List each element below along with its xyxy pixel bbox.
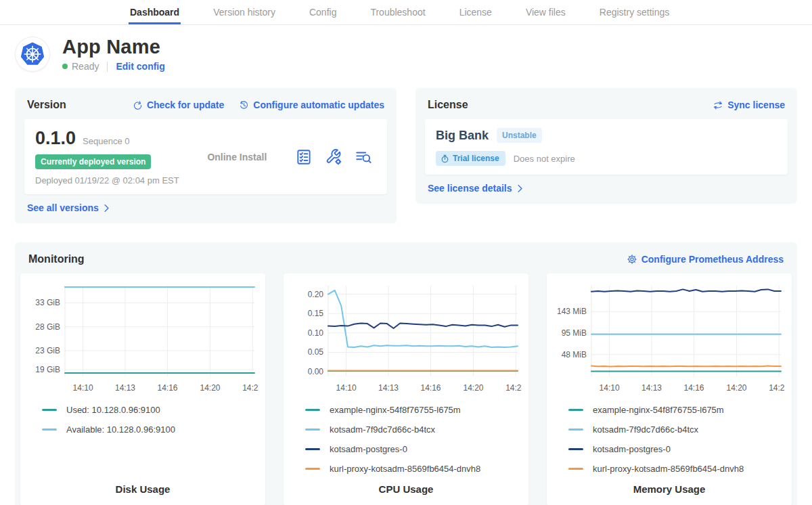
status-badge: Ready [72, 61, 99, 72]
chevron-right-icon [516, 184, 524, 193]
memory-usage-legend: example-nginx-54f8f76755-l675mkotsadm-7f… [554, 405, 785, 483]
legend-item: kurl-proxy-kotsadm-8569fb6454-dnvh8 [568, 464, 785, 474]
cpu-usage-series [328, 290, 518, 347]
legend-swatch [568, 409, 583, 411]
license-card-title: License [428, 99, 468, 111]
svg-text:14:13: 14:13 [641, 383, 662, 393]
current-version-panel: 0.1.0 Sequence 0 Currently deployed vers… [24, 119, 387, 194]
svg-text:14:20: 14:20 [726, 383, 746, 393]
legend-swatch [42, 409, 57, 411]
sync-license-button[interactable]: Sync license [713, 100, 785, 110]
legend-swatch [305, 409, 320, 411]
legend-label: kotsadm-7f9dc7d66c-b4tcx [330, 424, 435, 435]
memory-usage-chart: 143 MiB95 MiB48 MiB14:1014:1314:1614:201… [554, 280, 785, 399]
legend-label: kotsadm-7f9dc7d66c-b4tcx [593, 424, 698, 435]
license-name: Big Bank [436, 129, 489, 143]
license-card: License Sync license Big Bank Unstable T… [415, 88, 797, 204]
disk-usage-chart: 33 GiB28 GiB23 GiB19 GiB14:1014:1314:161… [27, 280, 258, 399]
legend-swatch [305, 468, 320, 470]
svg-text:48 MiB: 48 MiB [562, 350, 587, 359]
configure-automatic-updates-button[interactable]: Configure automatic updates [239, 100, 384, 110]
channel-badge: Unstable [497, 128, 542, 143]
kubernetes-icon [15, 37, 50, 72]
memory-usage-card: 143 MiB95 MiB48 MiB14:1014:1314:1614:201… [547, 273, 792, 505]
license-expiry: Does not expire [514, 154, 575, 164]
legend-label: kotsadm-postgres-0 [330, 444, 407, 454]
legend-swatch [305, 429, 320, 431]
version-card-title: Version [27, 99, 66, 111]
version-sequence: Sequence 0 [83, 136, 129, 146]
tab-troubleshoot[interactable]: Troubleshoot [369, 1, 426, 24]
legend-swatch [42, 429, 57, 431]
svg-text:14:13: 14:13 [378, 383, 399, 393]
refresh-icon [133, 100, 143, 110]
svg-text:14:10: 14:10 [73, 383, 93, 393]
svg-text:14:16: 14:16 [420, 383, 441, 393]
disk-usage-legend: Used: 10.128.0.96:9100Available: 10.128.… [27, 405, 258, 444]
legend-label: Used: 10.128.0.96:9100 [66, 405, 160, 415]
legend-item: kotsadm-postgres-0 [568, 444, 785, 454]
monitoring-title: Monitoring [28, 253, 85, 265]
tab-version-history[interactable]: Version history [212, 1, 277, 24]
license-detail-panel: Big Bank Unstable Trial license Does not… [425, 119, 788, 175]
monitoring-section: Monitoring Configure Prometheus Address … [15, 242, 797, 505]
legend-swatch [568, 448, 583, 450]
configure-prometheus-button[interactable]: Configure Prometheus Address [627, 254, 784, 265]
view-files-search-icon[interactable] [355, 148, 372, 166]
legend-label: kurl-proxy-kotsadm-8569fb6454-dnvh8 [593, 464, 744, 474]
legend-label: example-nginx-54f8f76755-l675m [330, 405, 461, 415]
legend-item: Available: 10.128.0.96:9100 [42, 424, 258, 435]
svg-text:14:23: 14:23 [769, 383, 785, 393]
svg-text:33 GiB: 33 GiB [35, 298, 60, 307]
sync-arrows-icon [713, 100, 723, 110]
legend-item: example-nginx-54f8f76755-l675m [568, 405, 785, 415]
currently-deployed-badge: Currently deployed version [35, 154, 151, 169]
svg-text:14:23: 14:23 [505, 383, 522, 393]
svg-text:14:20: 14:20 [463, 383, 483, 393]
clock-refresh-icon [239, 100, 249, 110]
preflight-checklist-icon[interactable] [295, 148, 313, 166]
stopwatch-icon [441, 154, 449, 163]
legend-item: kotsadm-7f9dc7d66c-b4tcx [568, 424, 785, 435]
legend-label: Available: 10.128.0.96:9100 [66, 424, 175, 435]
see-license-details-link[interactable]: See license details [425, 183, 524, 194]
legend-item: kotsadm-7f9dc7d66c-b4tcx [305, 424, 522, 435]
deployed-timestamp: Deployed 01/19/22 @ 02:04 pm EST [35, 175, 179, 185]
legend-label: kurl-proxy-kotsadm-8569fb6454-dnvh8 [330, 464, 480, 474]
tab-registry-settings[interactable]: Registry settings [598, 1, 671, 24]
legend-label: kotsadm-postgres-0 [593, 444, 671, 454]
svg-text:14:23: 14:23 [242, 383, 258, 393]
trial-license-badge: Trial license [436, 151, 505, 166]
svg-text:14:16: 14:16 [683, 383, 704, 393]
legend-item: kotsadm-postgres-0 [305, 444, 522, 454]
see-all-versions-link[interactable]: See all versions [24, 202, 110, 213]
tab-dashboard[interactable]: Dashboard [129, 1, 181, 24]
tab-config[interactable]: Config [308, 1, 338, 24]
svg-text:0.00: 0.00 [308, 367, 324, 376]
edit-config-link[interactable]: Edit config [116, 61, 164, 72]
legend-swatch [568, 468, 583, 470]
svg-text:143 MiB: 143 MiB [557, 307, 587, 316]
svg-text:0.10: 0.10 [308, 328, 324, 338]
app-header: App Name Ready Edit config [0, 25, 812, 79]
chart-title: Disk Usage [27, 483, 258, 495]
svg-text:14:10: 14:10 [600, 383, 620, 393]
svg-text:14:10: 14:10 [336, 383, 357, 393]
chevron-right-icon [103, 204, 110, 213]
svg-text:14:20: 14:20 [200, 383, 220, 393]
cpu-usage-chart: 0.200.150.100.050.0014:1014:1314:1614:20… [290, 280, 522, 399]
charts-row: 33 GiB28 GiB23 GiB19 GiB14:1014:1314:161… [20, 273, 792, 505]
check-for-update-button[interactable]: Check for update [133, 100, 224, 110]
legend-label: example-nginx-54f8f76755-l675m [593, 405, 724, 415]
install-type-label: Online Install [207, 152, 267, 162]
cpu-usage-card: 0.200.150.100.050.0014:1014:1314:1614:20… [284, 273, 528, 505]
svg-text:28 GiB: 28 GiB [35, 322, 60, 332]
svg-text:19 GiB: 19 GiB [35, 365, 60, 374]
wrench-gear-icon[interactable] [325, 148, 342, 166]
legend-item: example-nginx-54f8f76755-l675m [305, 405, 522, 415]
memory-usage-series [591, 366, 781, 367]
gear-icon [627, 254, 637, 265]
cpu-usage-legend: example-nginx-54f8f76755-l675mkotsadm-7f… [290, 405, 522, 483]
tab-view-files[interactable]: View files [524, 1, 567, 24]
tab-license[interactable]: License [458, 1, 493, 24]
